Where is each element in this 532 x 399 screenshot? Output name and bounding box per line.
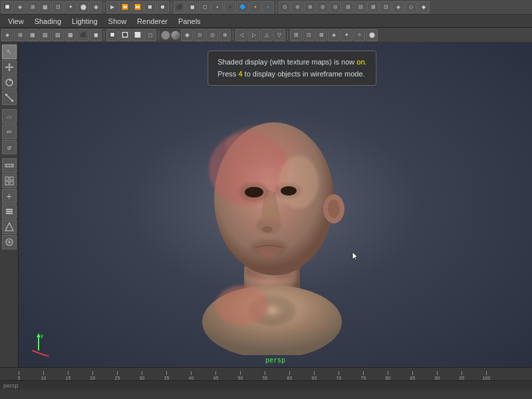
toolbar2-icon[interactable]: ✦: [340, 29, 352, 41]
toolbar2-icon[interactable]: ▨: [52, 29, 64, 41]
toolbar-icon[interactable]: ⊝: [329, 1, 341, 13]
toolbar-icon[interactable]: ⊙: [279, 1, 291, 13]
timeline[interactable]: 5 10 15 20 25 30 35 40 45 50 55 60 65 70…: [0, 367, 532, 380]
svg-marker-5: [11, 66, 13, 68]
toolbar-icon[interactable]: ⊛: [304, 1, 316, 13]
toolbar2-icon[interactable]: ⊡: [303, 29, 315, 41]
toolbar2-icon[interactable]: ▩: [65, 29, 76, 41]
toolbar2-icon[interactable]: ⬤: [366, 29, 378, 41]
tool-plus[interactable]: +: [2, 189, 17, 203]
toolbar-icon[interactable]: 🔷: [237, 1, 249, 13]
toolbar2-icon[interactable]: ◻: [144, 29, 156, 41]
tool-lasso[interactable]: ⌓: [2, 109, 17, 124]
menu-renderer[interactable]: Renderer: [132, 16, 172, 27]
svg-rect-8: [11, 100, 13, 102]
toolbar-icon[interactable]: ⊞: [27, 1, 39, 13]
toolbar2-icon[interactable]: ◈: [328, 29, 340, 41]
toolbar-icon[interactable]: ▶: [106, 1, 118, 13]
tool-grid[interactable]: [2, 174, 17, 188]
toolbar2-icon[interactable]: ◎: [206, 29, 218, 41]
toolbar-icon[interactable]: 🔹: [262, 1, 274, 13]
toolbar2-icon[interactable]: ◁: [235, 29, 247, 41]
tick-25: 25: [105, 371, 130, 380]
tool-layers[interactable]: [2, 204, 17, 219]
toolbar-icon[interactable]: ⏺: [157, 1, 169, 13]
toolbar-icon[interactable]: ⊞: [342, 1, 354, 13]
toolbar2-icon[interactable]: △: [261, 29, 273, 41]
toolbar2-icon[interactable]: 🔲: [106, 29, 118, 41]
toolbar-icon[interactable]: ▦: [39, 1, 51, 13]
viewport[interactable]: Shaded display (with texture maps) is no…: [19, 43, 532, 367]
toolbar-icon[interactable]: ◉: [90, 1, 102, 13]
toolbar-icon[interactable]: ⏩: [132, 1, 144, 13]
toolbar2-icon[interactable]: ▷: [248, 29, 260, 41]
toolbar-icon[interactable]: ⏹: [144, 1, 156, 13]
svg-rect-19: [6, 211, 13, 212]
svg-rect-9: [5, 94, 7, 96]
tool-measure[interactable]: [2, 158, 17, 173]
toolbar-icon[interactable]: ⊡: [52, 1, 64, 13]
toolbar-icon[interactable]: ◇: [405, 1, 417, 13]
toolbar-icon[interactable]: ✦: [65, 1, 76, 13]
toolbar-icon[interactable]: ⏪: [119, 1, 131, 13]
menu-panels[interactable]: Panels: [174, 16, 205, 27]
toolbar2-icon[interactable]: ⊕: [219, 29, 231, 41]
toolbar-icon[interactable]: ◾: [224, 1, 236, 13]
toolbar-icon[interactable]: ◻: [199, 1, 211, 13]
menu-lighting[interactable]: Lighting: [67, 16, 102, 27]
menu-show[interactable]: Show: [104, 16, 132, 27]
toolbar-icon[interactable]: ◆: [418, 1, 430, 13]
tool-scale[interactable]: [2, 90, 17, 105]
tool-extra[interactable]: [2, 219, 17, 234]
toolbar2-icon[interactable]: ⊞: [290, 29, 302, 41]
tool-move[interactable]: [2, 60, 17, 74]
toolbar2-icon[interactable]: ◈: [1, 29, 13, 41]
tick-40: 40: [179, 371, 203, 380]
tool-separator: [2, 106, 17, 108]
toolbar-icon[interactable]: ⬤: [77, 1, 89, 13]
toolbar-icon[interactable]: ⊠: [367, 1, 379, 13]
tool-extra2[interactable]: [2, 235, 17, 249]
status-bar: persp: [0, 380, 532, 390]
svg-point-44: [245, 264, 292, 280]
toolbar-icon[interactable]: ⊜: [317, 1, 329, 13]
menu-bar: View Shading Lighting Show Renderer Pane…: [0, 15, 532, 28]
toolbar2-icon[interactable]: ◼: [90, 29, 102, 41]
tool-sculpt[interactable]: ⌀: [2, 140, 17, 154]
toolbar2-icon[interactable]: ⬜: [132, 29, 144, 41]
toolbar2-icon[interactable]: ▽: [273, 29, 285, 41]
toolbar-icon[interactable]: ⊟: [354, 1, 366, 13]
menu-shading[interactable]: Shading: [30, 16, 66, 27]
menu-view[interactable]: View: [3, 16, 29, 27]
toolbar-icon[interactable]: ◼: [186, 1, 198, 13]
toolbar-icon[interactable]: ⊡: [380, 1, 392, 13]
toolbar2-sphere[interactable]: [161, 31, 170, 40]
toolbar2-icon[interactable]: ✧: [353, 29, 365, 41]
toolbar2-icon[interactable]: ⬛: [77, 29, 89, 41]
toolbar2-icon[interactable]: ▦: [27, 29, 39, 41]
toolbar2-icon[interactable]: ◉: [181, 29, 193, 41]
toolbar-icon[interactable]: ▪: [211, 1, 223, 13]
tool-select[interactable]: ↖: [2, 45, 17, 59]
tick-65: 65: [302, 371, 327, 380]
toolbar2-sphere2[interactable]: [171, 31, 180, 40]
toolbar-icon[interactable]: ⊚: [291, 1, 303, 13]
toolbar-icon[interactable]: 🔲: [1, 1, 13, 13]
toolbar-icon[interactable]: 🔸: [249, 1, 261, 13]
tool-paint[interactable]: ✏: [2, 124, 17, 139]
toolbar2-icon[interactable]: ⊞: [14, 29, 26, 41]
toolbar2-icon[interactable]: 🔳: [119, 29, 131, 41]
toolbar-icon[interactable]: ◈: [14, 1, 26, 13]
svg-marker-21: [5, 223, 13, 231]
toolbar2-icon[interactable]: ⊙: [194, 29, 205, 41]
toolbar-icon[interactable]: ⬛: [174, 1, 186, 13]
tick-15: 15: [56, 371, 80, 380]
svg-point-34: [328, 200, 340, 218]
toolbar2-icon[interactable]: ⊠: [315, 29, 327, 41]
tool-rotate[interactable]: [2, 75, 17, 90]
toolbar2-icon[interactable]: ▧: [39, 29, 51, 41]
svg-marker-4: [5, 66, 7, 68]
svg-point-41: [281, 186, 297, 196]
toolbar-icon[interactable]: ◈: [392, 1, 404, 13]
svg-point-29: [215, 285, 269, 325]
